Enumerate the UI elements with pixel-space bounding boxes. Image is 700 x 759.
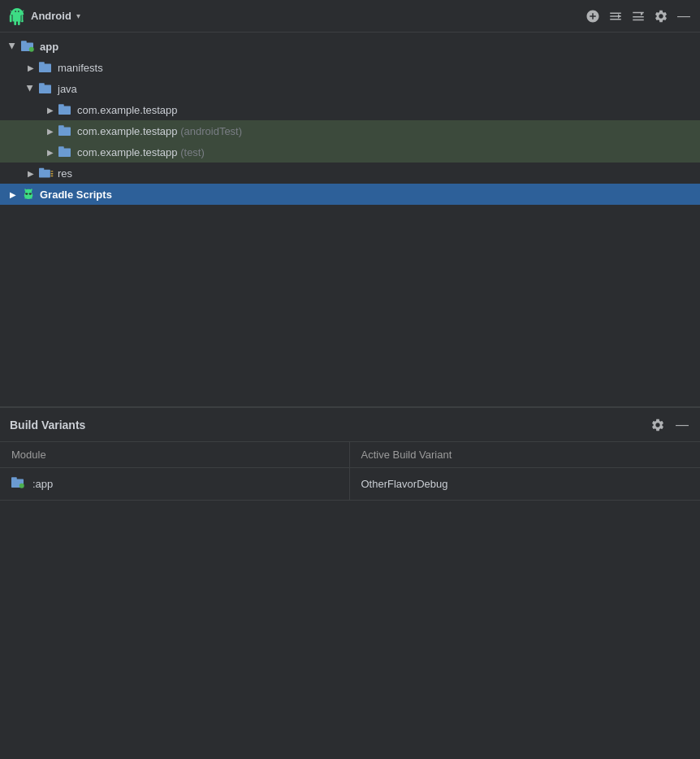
build-variants-minimize-icon[interactable]: — [674, 417, 690, 433]
column-active-build-variant: Active Build Variant [349, 442, 700, 468]
project-tree: ▶ app ▶ m [0, 33, 700, 406]
column-module: Module [0, 442, 349, 468]
java-folder-icon [39, 81, 54, 96]
chevron-icon: ▶ [6, 188, 19, 201]
variant-value: OtherFlavorDebug [361, 478, 448, 490]
collapse-all-icon[interactable] [630, 8, 646, 24]
folder-svg [58, 145, 73, 158]
res-folder-icon [39, 166, 54, 180]
project-tree-panel: Android ▾ — [0, 0, 700, 406]
folder-svg [58, 124, 73, 137]
module-folder-icon [11, 476, 26, 492]
header-icons: — [585, 8, 692, 24]
tree-item-pkg3[interactable]: ▶ com.example.testapp (test) [0, 141, 700, 163]
svg-rect-9 [58, 128, 71, 137]
java-label: java [58, 83, 77, 95]
tree-item-java[interactable]: ▶ java [0, 78, 700, 99]
pkg1-label: com.example.testapp [77, 104, 178, 116]
gradle-icon [21, 187, 36, 202]
svg-rect-4 [39, 62, 45, 65]
svg-rect-17 [51, 176, 54, 176]
panel-header-left: Android ▾ [8, 7, 80, 25]
svg-point-2 [29, 47, 34, 52]
svg-rect-3 [39, 64, 51, 73]
manifests-folder-icon [39, 60, 54, 75]
svg-rect-8 [58, 104, 64, 107]
build-variants-title: Build Variants [10, 419, 85, 432]
tree-item-res[interactable]: ▶ res [0, 163, 700, 184]
svg-rect-14 [39, 168, 44, 171]
svg-rect-15 [51, 171, 54, 171]
add-icon[interactable] [585, 8, 601, 24]
res-folder-svg [39, 167, 54, 180]
module-cell-content: :app [11, 476, 338, 492]
svg-rect-1 [21, 41, 27, 44]
module-folder-svg [11, 476, 26, 489]
build-variants-settings-icon[interactable] [650, 417, 666, 433]
manifests-label: manifests [58, 62, 103, 74]
folder-svg [39, 82, 54, 95]
folder-svg [39, 61, 54, 74]
build-variants-icons: — [650, 417, 690, 433]
chevron-icon: ▶ [24, 61, 37, 74]
tree-item-pkg2[interactable]: ▶ com.example.testapp (androidTest) [0, 120, 700, 141]
panel-title: Android [31, 10, 71, 22]
android-icon [8, 7, 26, 25]
app-label: app [40, 41, 58, 53]
tree-item-pkg1[interactable]: ▶ com.example.testapp [0, 99, 700, 120]
svg-rect-10 [58, 125, 64, 128]
chevron-icon: ▶ [24, 82, 37, 95]
pkg3-suffix: (test) [180, 146, 205, 158]
module-cell: :app [0, 468, 349, 501]
chevron-icon: ▶ [44, 145, 57, 158]
chevron-icon: ▶ [24, 167, 37, 180]
svg-point-27 [19, 484, 24, 488]
panel-header: Android ▾ — [0, 0, 700, 33]
settings-icon[interactable] [653, 8, 669, 24]
minimize-icon[interactable]: — [676, 8, 692, 24]
res-label: res [58, 167, 72, 180]
svg-rect-16 [51, 173, 54, 174]
svg-rect-26 [11, 477, 17, 480]
scroll-to-end-icon[interactable] [607, 8, 624, 24]
svg-rect-7 [58, 106, 71, 115]
table-row[interactable]: :app OtherFlavorDebug [0, 468, 700, 501]
svg-rect-12 [58, 146, 64, 150]
pkg2-folder-icon [58, 124, 73, 138]
svg-rect-6 [39, 83, 45, 86]
build-variants-table: Module Active Build Variant [0, 442, 700, 501]
svg-rect-5 [39, 85, 51, 94]
build-variants-panel: Build Variants — Module Active Build Var… [0, 408, 700, 759]
folder-svg [21, 40, 36, 53]
table-header-row: Module Active Build Variant [0, 442, 700, 468]
app-folder-icon [21, 39, 36, 54]
tree-item-app[interactable]: ▶ app [0, 36, 700, 57]
svg-rect-13 [39, 170, 50, 178]
gradle-elephant-icon [21, 186, 36, 202]
build-variants-header: Build Variants — [0, 408, 700, 442]
variant-cell[interactable]: OtherFlavorDebug [349, 468, 700, 501]
android-robot-icon [8, 7, 26, 25]
pkg3-label: com.example.testapp (test) [77, 146, 205, 158]
chevron-icon: ▶ [6, 40, 19, 53]
chevron-icon: ▶ [44, 103, 57, 116]
tree-item-manifests[interactable]: ▶ manifests [0, 57, 700, 78]
chevron-icon: ▶ [44, 124, 57, 137]
svg-rect-11 [58, 149, 71, 158]
pkg2-label: com.example.testapp (androidTest) [77, 125, 242, 137]
pkg3-folder-icon [58, 145, 73, 159]
tree-item-gradle[interactable]: ▶ Gradle Scripts [0, 184, 700, 205]
gradle-label: Gradle Scripts [40, 189, 112, 201]
panel-dropdown-arrow[interactable]: ▾ [76, 11, 80, 20]
module-name: :app [32, 478, 53, 490]
folder-svg [58, 103, 73, 116]
pkg2-suffix: (androidTest) [180, 125, 242, 137]
pkg1-folder-icon [58, 102, 73, 117]
